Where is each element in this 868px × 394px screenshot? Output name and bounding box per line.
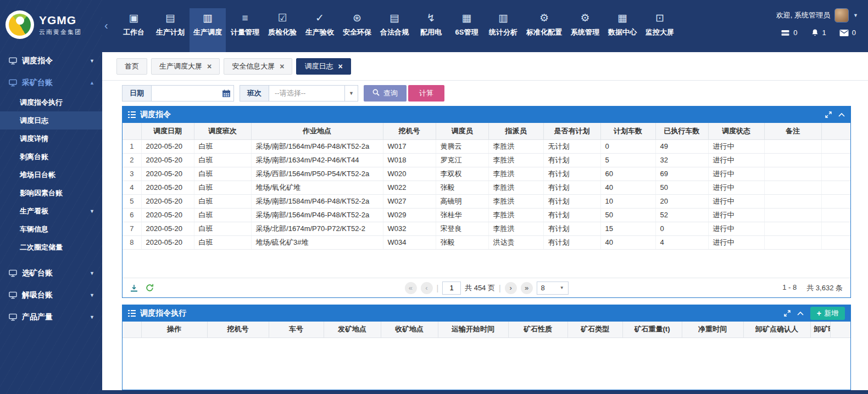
sidebar-item[interactable]: 车辆信息 [0,220,102,238]
topnav-item-label: 安全环保 [343,27,371,37]
topnav-item[interactable]: ▦6S管理 [449,8,484,52]
topnav-item[interactable]: ▤合法合规 [376,8,413,52]
collapse-panel-icon[interactable] [838,112,845,117]
cell: W029 [383,208,436,222]
monitor-icon [9,269,17,277]
monitor-icon [9,313,17,321]
mail-badge[interactable]: 0 [839,29,856,37]
refresh-icon[interactable] [146,284,154,292]
topnav-item[interactable]: ⚙系统管理 [567,8,603,52]
sidebar-group[interactable]: 调度指令▼ [0,50,102,71]
column-header: 卸矿点确认人 [743,322,810,338]
sidebar-group-label: 选矿台账 [22,268,53,278]
welcome-row: 欢迎, 系统管理员 ▼ [776,8,858,22]
sidebar-item[interactable]: 调度详情 [0,130,102,148]
shift-select[interactable]: --请选择-- ▼ [269,85,358,102]
topnav-item[interactable]: ▣工作台 [116,8,151,52]
cell: 张桂华 [436,208,488,222]
expand-icon[interactable] [825,111,832,118]
sidebar-group[interactable]: 选矿台账▼ [0,263,102,284]
tab-label: 首页 [125,61,139,71]
cell: 15 [600,222,655,235]
topnav-item[interactable]: ⊛安全环保 [339,8,375,52]
sidebar-group[interactable]: 解吸台账▼ [0,285,102,306]
dispatch-row[interactable]: 12020-05-20白班采场/南部/1564m/P46-P48/KT52-2a… [123,139,850,153]
cell: 2020-05-20 [141,222,194,235]
sidebar-group[interactable]: 采矿台账▲ [0,72,102,93]
dispatch-row[interactable]: 42020-05-20白班堆场/氧化矿堆W022张毅李胜洪有计划4050进行中 [123,181,850,194]
topnav-item[interactable]: ⊡监控大屏 [642,8,678,52]
avatar[interactable] [834,8,849,22]
dispatch-row[interactable]: 72020-05-20白班采场/北部/1674m/P70-P72/KT52-2W… [123,222,850,235]
sidebar-item[interactable]: 调度日志 [0,111,102,130]
message-badge[interactable]: 0 [781,29,797,37]
date-input[interactable] [152,86,219,101]
calendar-icon[interactable] [219,89,233,98]
cell: 2 [123,153,141,167]
expand-icon[interactable] [784,310,791,317]
execution-table: 操作挖机号车号发矿地点收矿地点运输开始时间矿石性质矿石类型矿石重量(t)净重时间… [123,322,850,339]
sidebar-item-label: 车辆信息 [20,224,48,234]
column-header [123,322,141,338]
notification-badge[interactable]: 1 [811,29,826,37]
topnav-item[interactable]: ≡计量管理 [227,8,263,52]
tab[interactable]: 安全信息大屏× [224,58,292,75]
topnav-item-label: 计量管理 [231,27,259,37]
topnav-item[interactable]: ▦数据中心 [604,8,641,52]
page-size-select[interactable]: 8 ▼ [537,282,569,295]
cell: 李胜洪 [488,167,543,181]
first-page-button[interactable]: « [404,282,416,294]
sidebar-item[interactable]: 影响因素台账 [0,184,102,202]
sidebar-collapse-icon[interactable]: ‹ [104,20,108,31]
cell: 3 [123,167,141,181]
sidebar-item[interactable]: 调度指令执行 [0,93,102,111]
download-icon[interactable] [130,284,138,292]
tab[interactable]: 生产调度大屏× [151,58,220,75]
calculate-button[interactable]: 计算 [408,85,444,102]
sidebar-item[interactable]: 剥离台账 [0,148,102,166]
brand-name: YGMG [39,14,82,27]
sidebar-item[interactable]: 生产看板▼ [0,202,102,220]
dispatch-row[interactable]: 52020-05-20白班采场/南部/1584m/P46-P48/KT52-2a… [123,194,850,208]
cell: 7 [123,222,141,235]
next-page-button[interactable]: › [505,282,517,294]
topnav-item[interactable]: ▤生产计划 [152,8,188,52]
sidebar-item[interactable]: 二次圈定储量 [0,238,102,256]
close-icon[interactable]: × [207,63,212,70]
add-button[interactable]: + 新增 [810,307,845,320]
topnav-item[interactable]: ▥生产调度 [190,8,226,52]
dispatch-row[interactable]: 82020-05-20白班堆场/硫化矿3#堆W034张毅洪达贵有计划404进行中 [123,235,850,249]
cell: 有计划 [543,208,600,222]
topnav-item-label: 生产调度 [193,27,222,37]
tab[interactable]: 首页 [116,58,147,75]
bell-icon [811,29,819,37]
page-input[interactable] [442,282,461,295]
execution-panel: 调度指令执行 + 新增 操作挖机号车号发矿地点收矿地点运输开始时间矿石性质矿石类… [122,305,851,390]
topnav-item[interactable]: ✓生产验收 [302,8,338,52]
topnav-item[interactable]: ▥统计分析 [485,8,521,52]
close-icon[interactable]: × [280,63,284,70]
query-button[interactable]: 查询 [364,85,407,102]
topnav-item[interactable]: ↯配用电 [414,8,448,52]
column-header [831,322,851,338]
tab[interactable]: 调度日志× [296,58,350,75]
last-page-button[interactable]: » [521,282,533,294]
record-summary: 1 - 8 共 3,632 条 [782,283,843,293]
topnav-item[interactable]: ⚙标准化配置 [522,8,566,52]
topnav-item[interactable]: ☑质检化验 [264,8,301,52]
collapse-panel-icon[interactable] [797,311,804,316]
sidebar-item[interactable]: 堆场日台帐 [0,166,102,184]
close-icon[interactable]: × [338,63,342,70]
prev-page-button[interactable]: ‹ [420,282,432,294]
monitor-screen-icon: ⊡ [655,12,664,24]
chevron-down-icon[interactable]: ▼ [853,13,858,18]
cell: 6 [123,208,141,222]
cell: 李胜洪 [488,139,543,153]
dispatch-row[interactable]: 32020-05-20白班采场/西部/1564m/P50-P54/KT52-2a… [123,167,850,181]
dispatch-row[interactable]: 62020-05-20白班采场/南部/1564m/P46-P48/KT52-2a… [123,208,850,222]
cell-spacer [821,139,850,153]
sidebar-group[interactable]: 产品产量▼ [0,307,102,328]
badge-count: 0 [852,29,856,37]
cell: 有计划 [543,181,600,194]
dispatch-row[interactable]: 22020-05-20白班采场/南部/1634m/P42-P46/KT44W01… [123,153,850,167]
